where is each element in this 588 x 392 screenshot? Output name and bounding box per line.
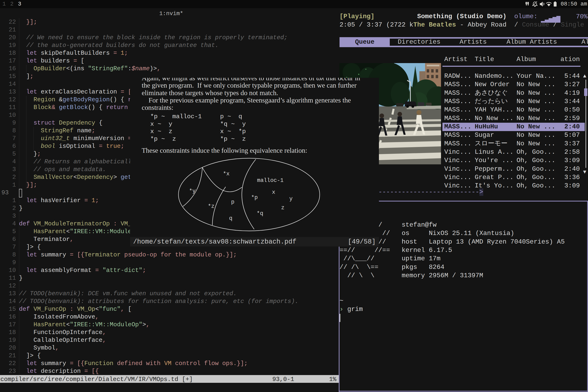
svg-text:z: z [281,205,284,211]
svg-text:*z: *z [208,203,214,210]
svg-text:q: q [229,216,232,222]
svg-text:*x: *x [223,171,230,177]
svg-text:*y: *y [189,188,196,194]
svg-text:p: p [231,199,234,205]
svg-text:*p: *p [251,194,258,201]
svg-text:*q: *q [257,210,263,216]
svg-text:y: y [289,196,292,202]
svg-text:x: x [272,189,275,196]
svg-text:malloc-1: malloc-1 [257,178,284,184]
